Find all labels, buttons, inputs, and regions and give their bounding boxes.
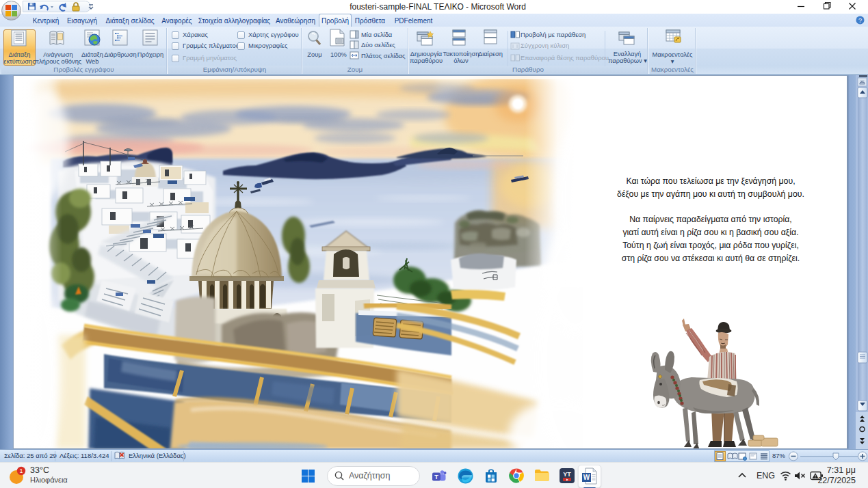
- svg-text:T: T: [434, 474, 438, 480]
- svg-text:W: W: [583, 474, 590, 481]
- svg-text:1: 1: [19, 467, 23, 474]
- svg-text:?: ?: [858, 17, 862, 24]
- svg-text:YT: YT: [563, 471, 571, 478]
